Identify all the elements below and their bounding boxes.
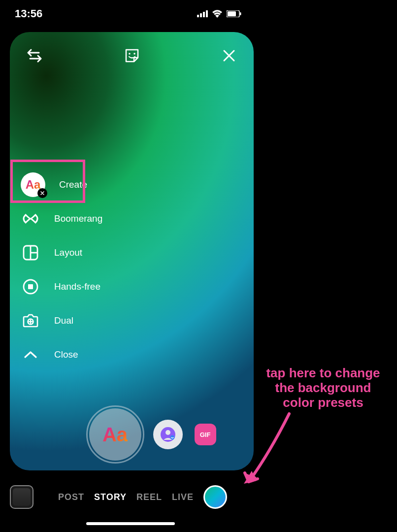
close-button[interactable] [219,46,239,66]
status-icons [197,10,241,18]
svg-point-7 [129,53,131,55]
menu-layout[interactable]: Layout [21,243,102,263]
menu-layout-label: Layout [54,247,82,258]
menu-create[interactable]: Aa Create [21,175,102,195]
tab-reel[interactable]: REEL [136,492,162,502]
chevron-up-icon [21,345,40,365]
home-indicator[interactable] [86,522,175,525]
create-icon: Aa [21,172,45,197]
bottom-tab-bar: POST STORY REEL LIVE [10,485,254,509]
sticker-button[interactable] [122,46,142,66]
color-preset-button[interactable] [203,485,227,509]
avatar-icon [160,426,176,443]
menu-close-label: Close [54,349,78,360]
side-menu: Aa Create Boomerang Layout [21,175,102,365]
svg-rect-3 [206,10,208,17]
svg-rect-1 [200,13,202,17]
menu-create-label: Create [59,179,87,190]
cellular-icon [197,10,208,17]
close-badge-icon [37,188,47,198]
tab-live[interactable]: LIVE [172,492,194,502]
status-bar: 13:56 [0,0,256,27]
handsfree-icon [21,277,40,297]
menu-dual[interactable]: Dual [21,311,102,331]
svg-rect-2 [203,12,205,17]
aa-glyph-large: Aa [102,424,128,446]
menu-dual-label: Dual [54,315,73,326]
menu-handsfree[interactable]: Hands-free [21,277,102,297]
gallery-button[interactable] [10,485,33,509]
svg-point-18 [165,430,170,435]
wifi-icon [212,10,223,18]
svg-rect-5 [228,11,236,16]
svg-point-19 [170,435,174,440]
layout-icon [21,243,40,263]
dual-icon [21,311,40,331]
svg-rect-13 [28,284,33,289]
svg-rect-6 [240,12,241,15]
main-mode-create-button[interactable]: Aa [89,408,141,461]
sticker-icon [123,47,141,65]
status-time: 13:56 [15,7,42,20]
svg-rect-0 [197,15,199,17]
menu-boomerang-label: Boomerang [54,213,102,224]
camera-viewport: Aa Create Boomerang Layout [10,32,254,470]
menu-boomerang[interactable]: Boomerang [21,209,102,229]
swap-arrows-icon [26,47,43,64]
svg-point-8 [133,53,135,55]
annotation: tap here to change the background color … [259,366,388,410]
swap-arrows-button[interactable] [25,46,44,66]
annotation-text: tap here to change the background color … [259,366,388,410]
boomerang-icon [21,209,40,229]
mode-row: Aa GIF [10,408,254,461]
menu-handsfree-label: Hands-free [54,281,100,292]
tab-story[interactable]: STORY [94,492,127,502]
gif-icon: GIF [195,424,216,445]
top-toolbar [10,46,254,66]
svg-marker-22 [244,471,257,484]
avatar-mode-button[interactable] [153,420,183,449]
svg-marker-20 [245,473,254,482]
battery-icon [227,10,241,17]
close-icon [222,49,236,63]
gif-mode-button[interactable]: GIF [195,424,216,445]
gallery-thumbnail [13,488,31,506]
svg-marker-21 [249,473,258,482]
tabs: POST STORY REEL LIVE [58,492,194,502]
menu-close[interactable]: Close [21,345,102,365]
tab-post[interactable]: POST [58,492,84,502]
